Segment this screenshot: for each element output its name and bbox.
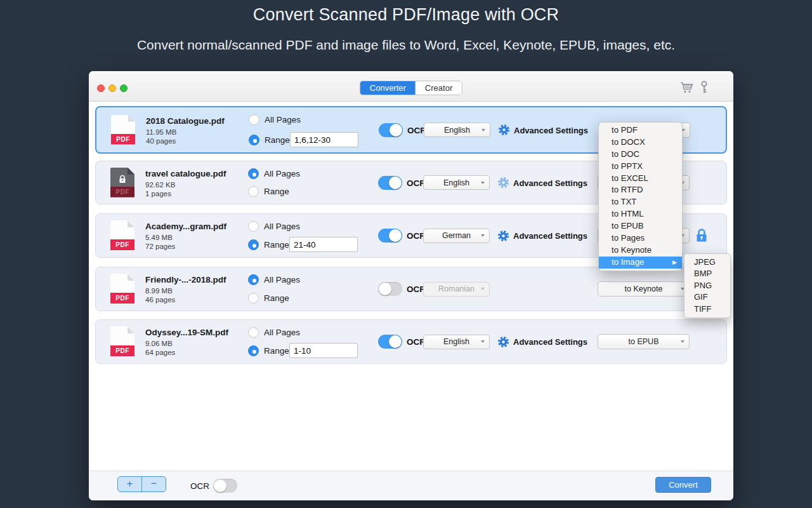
submenu-item-png[interactable]: PNG [684, 280, 730, 291]
file-row[interactable]: PDF Friendly-...-2018.pdf 8.99 MB 46 pag… [95, 267, 727, 311]
file-info: travel catalogue.pdf 92.62 KB 1 pages [145, 168, 226, 197]
close-window-button[interactable] [97, 84, 105, 92]
menu-item-to-doc[interactable]: to DOC [599, 149, 682, 161]
remove-file-button[interactable]: − [142, 477, 166, 491]
menu-item-label: to Image [612, 257, 644, 269]
menu-item-to-excel[interactable]: to EXCEL [599, 173, 682, 185]
toggle-knob [389, 177, 402, 189]
add-remove-control: + − [117, 476, 166, 492]
zoom-window-button[interactable] [120, 84, 128, 92]
minimize-window-button[interactable] [108, 84, 116, 92]
locked-pdf-file-icon: PDF [110, 168, 134, 197]
menu-item-to-image[interactable]: to Image ▶ [599, 257, 682, 269]
range-radio[interactable]: Range [248, 293, 289, 304]
chevron-down-icon [481, 340, 485, 343]
output-format-select[interactable]: to Keynote [598, 281, 690, 297]
range-input[interactable] [290, 132, 358, 147]
all-pages-label: All Pages [264, 275, 300, 284]
submenu-arrow-icon: ▶ [672, 257, 677, 269]
ocr-toggle[interactable] [379, 123, 403, 137]
toggle-knob [389, 335, 402, 348]
language-select: Romanian [423, 282, 490, 297]
language-select[interactable]: English [423, 175, 490, 190]
menu-item-to-keynote[interactable]: to Keynote [599, 244, 682, 257]
range-radio[interactable]: Range [248, 186, 289, 197]
range-input[interactable] [289, 237, 358, 252]
tab-converter[interactable]: Converter [360, 81, 416, 95]
file-name: Odyssey...19-SM.pdf [145, 328, 228, 337]
radio-circle [249, 135, 259, 145]
convert-button[interactable]: Convert [655, 477, 711, 493]
advanced-settings-link[interactable]: Advanced Settings [514, 125, 588, 135]
menu-item-to-rtfd[interactable]: to RTFD [599, 184, 682, 196]
all-pages-radio[interactable]: All Pages [248, 327, 300, 338]
gear-icon[interactable] [497, 336, 509, 348]
language-select[interactable]: English [423, 335, 490, 349]
submenu-item-tiff[interactable]: TIFF [684, 304, 730, 315]
menu-item-to-epub[interactable]: to EPUB [599, 220, 682, 232]
mode-switcher: Converter Creator [360, 81, 462, 95]
advanced-settings-link[interactable]: Advanced Settings [513, 337, 587, 347]
app-background: Convert Scanned PDF/Image with OCR Conve… [0, 0, 812, 508]
gear-icon[interactable] [497, 230, 509, 242]
menu-item-to-docx[interactable]: to DOCX [599, 137, 682, 149]
ocr-toggle[interactable] [378, 282, 402, 296]
all-pages-label: All Pages [264, 222, 300, 231]
page-fold [128, 326, 134, 333]
add-file-button[interactable]: + [118, 477, 141, 491]
all-pages-label: All Pages [264, 328, 300, 337]
output-format-select[interactable]: to EPUB [598, 334, 690, 349]
file-size: 9.06 MB [145, 340, 228, 347]
ocr-toggle[interactable] [378, 229, 402, 243]
language-select[interactable]: English [424, 123, 490, 137]
global-ocr-label: OCR [190, 481, 209, 491]
ocr-toggle[interactable] [378, 176, 402, 190]
output-value: to EPUB [629, 337, 659, 346]
chevron-down-icon [481, 129, 485, 131]
gear-icon[interactable] [497, 177, 509, 189]
range-input[interactable] [289, 343, 358, 358]
pdf-file-icon: PDF [111, 115, 135, 145]
language-value: English [444, 126, 470, 135]
page-fold [128, 274, 134, 281]
key-icon[interactable] [700, 81, 708, 97]
pdf-badge: PDF [111, 134, 135, 145]
all-pages-radio[interactable]: All Pages [248, 274, 300, 285]
advanced-settings-link[interactable]: Advanced Settings [513, 231, 587, 241]
submenu-item-jpeg[interactable]: JPEG [684, 257, 730, 268]
all-pages-radio[interactable]: All Pages [248, 221, 300, 232]
menu-item-to-html[interactable]: to HTML [599, 208, 682, 220]
toggle-knob [379, 283, 391, 295]
menu-item-to-pages[interactable]: to Pages [599, 232, 682, 244]
language-select[interactable]: German [423, 229, 490, 243]
toggle-knob [390, 124, 402, 137]
menu-item-to-pptx[interactable]: to PPTX [599, 161, 682, 173]
tab-creator[interactable]: Creator [416, 81, 462, 95]
ocr-toggle[interactable] [378, 335, 402, 349]
file-row[interactable]: PDF Odyssey...19-SM.pdf 9.06 MB 64 pages… [95, 319, 727, 364]
radio-circle [248, 327, 259, 338]
lock-icon[interactable] [695, 228, 709, 246]
file-info: Academy...gram.pdf 5.49 MB 72 pages [145, 222, 226, 250]
menu-item-to-pdf[interactable]: to PDF [599, 124, 682, 137]
global-ocr-toggle[interactable] [213, 479, 237, 493]
all-pages-label: All Pages [265, 115, 301, 124]
all-pages-radio[interactable]: All Pages [249, 114, 301, 125]
all-pages-radio[interactable]: All Pages [248, 168, 300, 179]
cart-icon[interactable] [680, 82, 694, 96]
language-value: German [442, 231, 471, 240]
pdf-badge: PDF [110, 187, 134, 197]
pdf-badge: PDF [110, 345, 134, 356]
submenu-item-bmp[interactable]: BMP [684, 268, 730, 279]
range-label: Range [264, 187, 289, 196]
advanced-settings-link[interactable]: Advanced Settings [513, 178, 587, 187]
menu-item-to-txt[interactable]: to TXT [599, 196, 682, 208]
page-title: Convert Scanned PDF/Image with OCR [0, 5, 812, 25]
gear-icon[interactable] [498, 124, 510, 136]
pdf-badge: PDF [110, 239, 134, 250]
range-radio[interactable]: Range [248, 239, 289, 250]
range-radio[interactable]: Range [249, 135, 290, 145]
file-lock-icon [118, 175, 127, 184]
submenu-item-gif[interactable]: GIF [684, 291, 730, 303]
range-radio[interactable]: Range [248, 345, 289, 356]
